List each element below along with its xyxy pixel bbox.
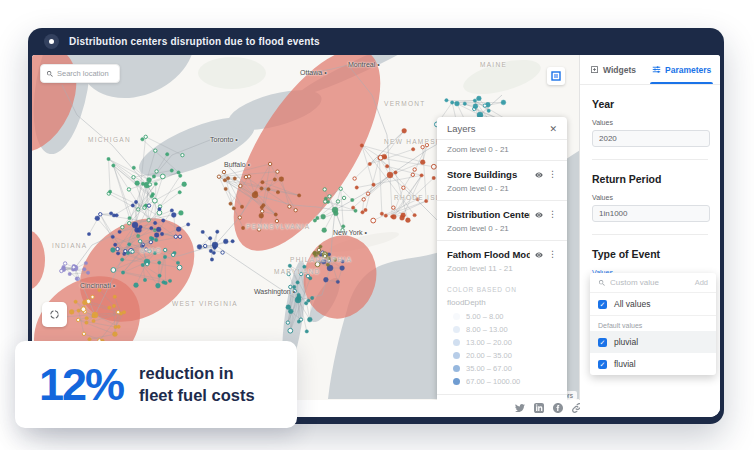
custom-value-row[interactable]: Add	[590, 273, 716, 293]
search-icon	[598, 279, 606, 287]
layer-menu-icon[interactable]: ⋮	[548, 210, 557, 219]
legend-dot	[453, 352, 460, 359]
share-row	[515, 403, 582, 413]
legend-row: 13.00 – 20.00	[453, 338, 557, 347]
checkbox-checked-icon[interactable]: ✓	[598, 300, 607, 309]
legend-range: 13.00 – 20.00	[466, 338, 512, 347]
legend-dot	[453, 339, 460, 346]
stat-line1: reduction in	[139, 364, 233, 382]
flood-depth-legend: COLOR BASED ON floodDepth 5.00 – 8.00 8.…	[437, 280, 567, 395]
divider	[592, 159, 708, 160]
tab-widgets[interactable]: Widgets	[590, 55, 636, 84]
legend-range: 8.00 – 13.00	[466, 325, 508, 334]
section-title: Return Period	[592, 173, 708, 185]
checkbox-checked-icon[interactable]: ✓	[598, 338, 607, 347]
legend-dot	[453, 378, 460, 385]
legend-dot	[453, 313, 460, 320]
option-label: All values	[614, 299, 650, 309]
layer-menu-icon[interactable]: ⋮	[548, 170, 557, 179]
stat-value: 12%	[39, 359, 123, 411]
legend-row: 8.00 – 13.00	[453, 325, 557, 334]
layer-zoom-range: Zoom level 0 - 21	[447, 184, 557, 193]
legend-range: 5.00 – 8.00	[466, 312, 504, 321]
divider	[592, 234, 708, 235]
stat-line2: fleet fuel costs	[139, 386, 255, 404]
option-label: pluvial	[614, 337, 638, 347]
values-label: Values	[592, 194, 708, 201]
sidebar-tabs: Widgets Parameters	[580, 55, 720, 85]
add-button[interactable]: Add	[695, 278, 708, 287]
layer-zoom-range: Zoom level 0 - 21	[447, 224, 557, 233]
app-title: Distribution centers disruption due to f…	[69, 36, 320, 47]
layers-panel-header: Layers ✕	[437, 117, 567, 140]
legend-caption: COLOR BASED ON	[447, 286, 557, 293]
legend-row: 67.00 – 1000.00	[453, 377, 557, 386]
layer-item: Fathom Flood Model ⋮ Zoom level 11 - 21	[437, 241, 567, 280]
visibility-eye-icon[interactable]	[534, 211, 544, 219]
search-input[interactable]	[57, 69, 114, 78]
record-dot-icon	[44, 34, 59, 49]
layer-item: Zoom level 0 - 21	[437, 140, 567, 161]
checkbox-checked-icon[interactable]: ✓	[598, 360, 607, 369]
option-label: fluvial	[614, 359, 636, 369]
default-values-label: Default values	[590, 316, 716, 331]
option-fluvial[interactable]: ✓ fluvial	[590, 353, 716, 375]
legend-range: 20.00 – 35.00	[466, 351, 512, 360]
close-icon[interactable]: ✕	[549, 124, 557, 134]
legend-field: floodDepth	[447, 298, 557, 307]
visibility-eye-icon[interactable]	[534, 251, 544, 259]
linkedin-icon[interactable]	[534, 403, 544, 413]
layer-item: Distribution Centers B... ⋮ Zoom level 0…	[437, 201, 567, 241]
search-icon	[46, 70, 54, 78]
layers-panel-title: Layers	[447, 123, 476, 134]
visibility-eye-icon[interactable]	[534, 171, 544, 179]
legend-row: 5.00 – 8.00	[453, 312, 557, 321]
section-title: Year	[592, 98, 708, 110]
locate-button[interactable]	[42, 302, 67, 327]
sidebar: Widgets Parameters Year Values Return Pe…	[580, 55, 720, 417]
legend-range: 67.00 – 1000.00	[466, 377, 520, 386]
layers-panel: Layers ✕ Zoom level 0 - 21 Store Buildin…	[437, 117, 567, 400]
option-pluvial[interactable]: ✓ pluvial	[590, 331, 716, 353]
all-values-option[interactable]: ✓ All values	[590, 293, 716, 316]
layer-name: Fathom Flood Model	[447, 249, 530, 260]
tab-parameters-label: Parameters	[665, 65, 711, 75]
map-search[interactable]	[40, 64, 120, 83]
legend-dot	[453, 326, 460, 333]
locate-icon	[48, 308, 61, 321]
layer-menu-icon[interactable]: ⋮	[548, 250, 557, 259]
basemap-button[interactable]	[547, 67, 565, 85]
parameters-icon	[652, 65, 661, 74]
custom-value-input[interactable]	[610, 278, 695, 287]
layer-zoom-range: Zoom level 0 - 21	[447, 145, 557, 154]
year-input[interactable]	[592, 130, 710, 147]
values-label: Values	[592, 119, 708, 126]
section-title: Type of Event	[592, 248, 708, 260]
legend-row: 35.00 – 67.00	[453, 364, 557, 373]
tab-parameters[interactable]: Parameters	[652, 55, 711, 84]
layer-name: Distribution Centers B...	[447, 209, 530, 220]
app-header: Distribution centers disruption due to f…	[28, 28, 724, 55]
twitter-icon[interactable]	[515, 403, 525, 413]
facebook-icon[interactable]	[553, 403, 563, 413]
widgets-icon	[590, 65, 599, 74]
layer-name: Store Buildings	[447, 169, 530, 180]
legend-row: 20.00 – 35.00	[453, 351, 557, 360]
basemap-icon	[551, 71, 561, 81]
tab-widgets-label: Widgets	[603, 65, 636, 75]
layer-item: Store Buildings ⋮ Zoom level 0 - 21	[437, 161, 567, 201]
legend-range: 35.00 – 67.00	[466, 364, 512, 373]
section-return-period: Return Period Values	[580, 173, 720, 235]
legend-dot	[453, 365, 460, 372]
type-of-event-dropdown: Add ✓ All values Default values ✓ pluvia…	[590, 273, 716, 375]
layer-zoom-range: Zoom level 11 - 21	[447, 264, 557, 273]
section-year: Year Values	[580, 98, 720, 160]
stat-card: 12% reduction in fleet fuel costs	[15, 341, 297, 428]
stat-text: reduction in fleet fuel costs	[139, 363, 255, 406]
return-period-input[interactable]	[592, 205, 710, 222]
